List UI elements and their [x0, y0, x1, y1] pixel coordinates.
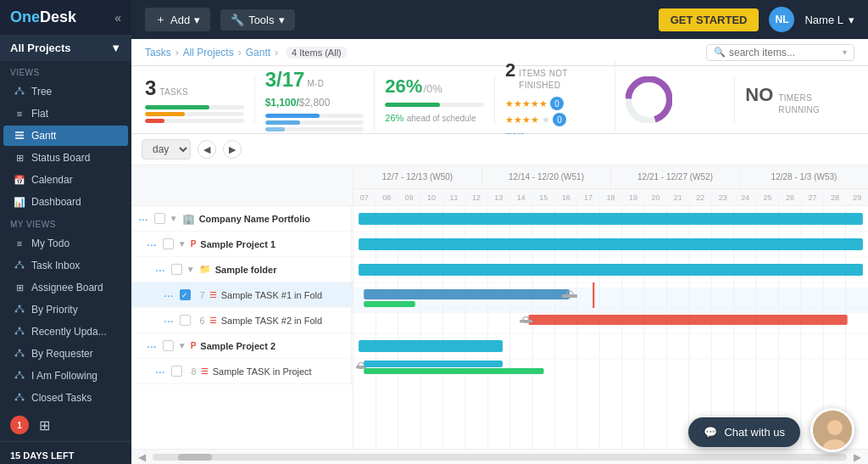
gantt-right-panel: 12/7 - 12/13 (W50) 12/14 - 12/20 (W51) 1… [353, 165, 868, 449]
sidebar-item-flat[interactable]: ≡ Flat [3, 103, 128, 124]
expand-folder[interactable]: ▼ [186, 265, 195, 274]
svg-line-22 [19, 330, 23, 333]
company-label: Company Name Portfolio [199, 214, 344, 224]
row-dots-project1[interactable]: ··· [147, 238, 157, 251]
bar-project2[interactable] [359, 340, 503, 352]
sidebar-item-i-am-following[interactable]: I Am Following [3, 366, 128, 386]
row-checkbox-project2[interactable] [163, 340, 174, 351]
md-progress [265, 114, 364, 131]
svg-point-34 [15, 399, 18, 401]
bar-folder[interactable] [359, 264, 863, 276]
search-input[interactable] [729, 47, 839, 59]
sidebar-item-by-priority[interactable]: By Priority [3, 299, 128, 320]
day-27: 27 [802, 189, 824, 205]
day-select[interactable]: day [142, 139, 191, 159]
gantt-area: day ◀ ▶ · [131, 134, 868, 464]
bar-task3-green[interactable] [364, 368, 543, 374]
scroll-left-arrow[interactable]: ◀ [135, 451, 149, 463]
breadcrumb-all-projects[interactable]: All Projects [183, 47, 234, 59]
gantt-left-cell-task3: ··· 8 ☰ Sample TASK in Project [131, 359, 352, 383]
svg-line-37 [19, 396, 23, 399]
sidebar-item-my-todo[interactable]: ≡ My Todo [3, 233, 128, 254]
svg-point-30 [22, 377, 25, 379]
sidebar-item-assignee-board[interactable]: ⊞ Assignee Board [3, 277, 128, 298]
stat-timers: NO TIMERS RUNNING [735, 84, 854, 115]
project1-icon: P [191, 239, 197, 249]
row-checkbox-project1[interactable] [163, 238, 174, 249]
sidebar-collapse-button[interactable]: « [114, 11, 121, 25]
row-checkbox-task1[interactable]: ✓ [180, 289, 191, 300]
row-dots-task1[interactable]: ··· [164, 288, 174, 302]
day-13: 13 [488, 189, 510, 205]
bar-task2[interactable] [528, 315, 847, 325]
breadcrumb-sep-1: › [175, 47, 179, 59]
gantt-scrollbar[interactable]: ◀ ▶ [131, 449, 868, 464]
search-box[interactable]: 🔍 ▾ [706, 44, 854, 61]
svg-point-25 [22, 355, 25, 357]
svg-point-13 [19, 305, 21, 308]
add-button[interactable]: ＋ Add ▾ [145, 8, 210, 31]
day-22: 22 [690, 189, 712, 205]
scroll-thumb[interactable] [178, 454, 212, 461]
svg-point-1 [15, 92, 18, 95]
row-dots-task2[interactable]: ··· [164, 314, 174, 327]
tools-button[interactable]: 🔧 Tools ▾ [220, 9, 294, 31]
no-label: NO [745, 84, 773, 106]
day-26: 26 [779, 189, 801, 205]
expand-company[interactable]: ▼ [170, 214, 178, 223]
expand-project2[interactable]: ▼ [178, 341, 186, 350]
task2-icon: ☰ [209, 316, 217, 325]
sidebar-item-closed-tasks[interactable]: Closed Tasks [3, 388, 128, 408]
search-icon: 🔍 [714, 47, 726, 58]
calendar-icon: 📅 [14, 174, 25, 186]
sidebar-item-task-inbox[interactable]: Task Inbox [3, 255, 128, 276]
notification-badge[interactable]: 1 [10, 416, 29, 434]
ahead-label: 26% [385, 113, 403, 123]
project2-label: Sample Project 2 [200, 341, 344, 351]
cost-total: $2,800 [299, 97, 331, 109]
badge-5: 0 [550, 97, 564, 110]
my-todo-icon: ≡ [14, 238, 25, 249]
tasks-progress [145, 105, 244, 123]
sidebar-item-dashboard[interactable]: 📊 Dashboard [3, 192, 128, 212]
row-dots-folder[interactable]: ··· [155, 263, 165, 277]
breadcrumb-gantt[interactable]: Gantt [246, 47, 270, 59]
gantt-left-cell-task2: ··· 6 ☰ Sample TASK #2 in Fold [131, 308, 352, 333]
svg-rect-6 [15, 135, 24, 137]
gantt-prev-button[interactable]: ◀ [198, 140, 216, 159]
week-w52: 12/21 - 12/27 (W52) [611, 165, 740, 188]
stat-percent: 26% /0% 26% ahead of schedule [375, 75, 495, 124]
chat-button[interactable]: 💬 Chat with us [688, 417, 800, 447]
sidebar-item-gantt[interactable]: Gantt [3, 126, 128, 146]
row-checkbox-folder[interactable] [171, 264, 182, 275]
grid-icon[interactable]: ⊞ [39, 417, 50, 433]
sidebar-item-status-board[interactable]: ⊞ Status Board [3, 148, 128, 168]
bar-task1-green[interactable] [364, 301, 415, 307]
scroll-track[interactable] [153, 454, 847, 461]
row-dots-company[interactable]: ··· [138, 212, 148, 226]
sidebar-item-by-requester[interactable]: By Requester [3, 344, 128, 364]
row-dots-project2[interactable]: ··· [147, 339, 157, 353]
bar-project1[interactable] [359, 238, 863, 250]
user-avatar[interactable]: NL [769, 7, 794, 32]
bar-company[interactable] [359, 213, 863, 225]
bar-task3-cyan[interactable] [364, 361, 503, 367]
get-started-button[interactable]: GET STARTED [659, 8, 760, 31]
all-projects-header[interactable]: All Projects ▼ [0, 35, 131, 61]
scroll-right-arrow[interactable]: ▶ [850, 451, 865, 463]
svg-line-17 [19, 308, 23, 310]
sidebar-item-tree[interactable]: Tree [3, 81, 128, 102]
gantt-next-button[interactable]: ▶ [223, 140, 242, 159]
chat-avatar[interactable] [810, 408, 854, 452]
svg-point-20 [22, 333, 25, 335]
row-checkbox-task2[interactable] [180, 315, 191, 326]
row-checkbox-task3[interactable] [171, 366, 182, 377]
username-area[interactable]: Name L ▾ [804, 14, 854, 26]
breadcrumb-tasks[interactable]: Tasks [145, 47, 171, 59]
row-checkbox-company[interactable] [154, 213, 165, 224]
row-dots-task3[interactable]: ··· [155, 365, 165, 378]
bar-task1-dark[interactable] [364, 289, 570, 299]
sidebar-item-calendar[interactable]: 📅 Calendar [3, 170, 128, 190]
sidebar-item-recently-updated[interactable]: Recently Upda... [3, 321, 128, 342]
expand-project1[interactable]: ▼ [178, 239, 186, 249]
